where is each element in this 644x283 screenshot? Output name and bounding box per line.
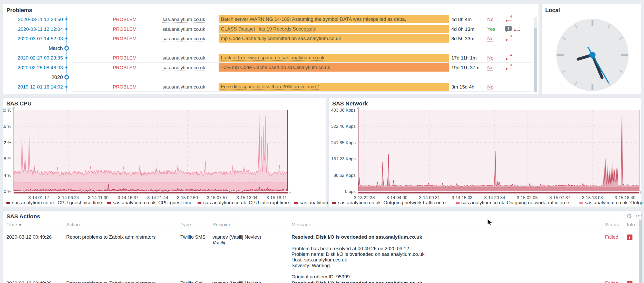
problem-time-link[interactable]: 2020-03-11 12:12:04 — [9, 26, 63, 32]
problem-ack-link[interactable]: No — [487, 36, 501, 42]
svg-text:3-14 21:44: 3-14 21:44 — [147, 195, 168, 200]
action-info[interactable]: i — [627, 234, 632, 240]
legend-item: sas.analytium.co.uk: Outgoing network tr… — [332, 200, 451, 206]
problems-row: 2020-03-11 12:20:50PROBLEMsas.analytium.… — [3, 14, 535, 24]
timeline-group-marker-icon — [64, 46, 69, 51]
svg-text:4 %: 4 % — [4, 173, 11, 178]
svg-text:20 %: 20 % — [3, 108, 11, 113]
problem-ack-link[interactable]: No — [487, 84, 501, 90]
problem-time-link[interactable]: 2019-12-01 16:14:02 — [9, 84, 63, 90]
problem-message[interactable]: CLASS Dataset Has 19 Records Successful — [219, 25, 449, 33]
problem-host-link[interactable]: sas.analytium.co.uk — [162, 65, 205, 71]
action-info[interactable]: i — [627, 280, 632, 283]
problems-row: 2020-03-07 14:52:03PROBLEMsas.analytium.… — [3, 34, 535, 43]
action-status: Failed — [605, 280, 618, 283]
action-steps-icon[interactable]: →4 — [505, 54, 514, 62]
problem-status: PROBLEM — [100, 26, 149, 32]
problem-duration: 4d 8h 4m — [451, 17, 472, 22]
problem-message[interactable]: Free disk space is less than 20% on volu… — [219, 83, 449, 91]
col-header-recipient[interactable]: Recipient — [212, 222, 233, 228]
problem-message[interactable]: Batch server WARNING 14-169: Assuming th… — [219, 15, 449, 23]
problem-status: PROBLEM — [100, 65, 149, 71]
timeline-dot-icon — [65, 86, 67, 88]
problem-message[interactable]: 70% mp Code Cache used on sas.analytium.… — [219, 63, 449, 72]
problem-duration: 17d 11h 1m — [451, 55, 477, 61]
action-steps-icon[interactable]: →4 — [505, 35, 514, 42]
action-recipient: vasnev (Vasilij Nevlev) — [212, 280, 261, 283]
legend-marker-icon — [198, 202, 201, 204]
problem-actions: →4 — [505, 64, 514, 71]
problem-time-link[interactable]: 2020-02-25 08:48:03 — [9, 65, 63, 71]
problems-row: 2020-03-11 12:12:04PROBLEMsas.analytium.… — [3, 24, 535, 34]
actions-widget: SAS Actions ⚙ ••• Time ▼ Action Type Rec… — [3, 210, 641, 283]
problem-ack-link[interactable]: No — [487, 17, 501, 22]
problem-status: PROBLEM — [100, 36, 149, 42]
problems-row: 2019-12-01 16:14:02PROBLEMsas.analytium.… — [3, 82, 535, 92]
svg-text:3-15 07:37: 3-15 07:37 — [549, 195, 570, 200]
problems-group-row: 2020 — [3, 72, 535, 82]
col-header-status[interactable]: Status — [605, 222, 619, 228]
problem-host-link[interactable]: sas.analytium.co.uk — [162, 55, 205, 61]
problem-host-link[interactable]: sas.analytium.co.uk — [162, 26, 205, 32]
svg-text:403.08 Kbps: 403.08 Kbps — [331, 108, 356, 113]
widget-menu-dots-icon[interactable]: ••• — [636, 213, 643, 219]
action-message: Resolved: Disk I/O is overloaded on sas.… — [291, 234, 425, 280]
info-error-icon[interactable]: i — [627, 281, 632, 283]
action-steps-icon[interactable]: →4 — [505, 15, 514, 23]
cpu-graph-widget: SAS CPU 20 %16 %12 %8 %4 %0 %3-14 01:173… — [3, 97, 326, 207]
col-header-message[interactable]: Message — [291, 222, 311, 228]
network-graph[interactable]: 403.08 Kbps322.46 Kbps241.85 Kbps161.23 … — [329, 98, 641, 200]
problems-widget: Problems 2020-03-11 12:20:50PROBLEMsas.a… — [3, 4, 539, 94]
action-media-type: Twillio SMS — [180, 234, 206, 240]
problems-scrollbar-thumb[interactable] — [534, 28, 537, 92]
analog-clock — [555, 18, 630, 92]
svg-text:3-14 09:31: 3-14 09:31 — [419, 195, 440, 200]
problem-host-link[interactable]: sas.analytium.co.uk — [162, 84, 205, 90]
action-steps-icon[interactable]: →4 — [505, 64, 514, 71]
action-name: Report problems to Zabbix administrators — [66, 280, 155, 283]
timeline-group-marker-icon — [64, 75, 69, 80]
problem-time-link[interactable]: 2020-02-27 09:23:35 — [9, 55, 63, 61]
problem-actions: →4 — [505, 54, 514, 62]
action-media-type: Twillio Call — [180, 280, 203, 283]
svg-text:3-14 01:17: 3-14 01:17 — [28, 195, 49, 200]
legend-item: sas.analytium.co.uk: CPU guest nice time — [6, 200, 102, 206]
problem-time-link[interactable]: 2020-03-07 14:52:03 — [9, 36, 63, 42]
cpu-graph[interactable]: 20 %16 %12 %8 %4 %0 %3-14 01:173-14 06:2… — [3, 98, 326, 200]
widget-settings-gear-icon[interactable]: ⚙ — [626, 212, 632, 220]
svg-text:3-14 20:34: 3-14 20:34 — [484, 195, 505, 200]
action-steps-icon[interactable]: →5 — [514, 25, 522, 33]
problem-status: PROBLEM — [100, 17, 149, 22]
network-graph-legend: sas.analytium.co.uk: Outgoing network tr… — [332, 200, 644, 206]
problem-ack-link[interactable]: No — [487, 55, 501, 61]
problem-ack-link[interactable]: Yes — [487, 26, 501, 32]
problem-host-link[interactable]: sas.analytium.co.uk — [162, 17, 205, 23]
info-error-icon[interactable]: i — [627, 235, 632, 240]
col-header-time[interactable]: Time ▼ — [6, 222, 22, 228]
action-message: Resolved: Disk I/O is overloaded on sas.… — [291, 280, 422, 283]
svg-text:3-15 18:11: 3-15 18:11 — [266, 195, 287, 200]
problem-host-link[interactable]: sas.analytium.co.uk — [162, 36, 205, 42]
col-header-action[interactable]: Action — [66, 222, 80, 228]
svg-text:8 %: 8 % — [4, 157, 11, 161]
svg-text:12 %: 12 % — [3, 140, 11, 145]
clock-widget: Local — [541, 4, 641, 94]
col-header-info[interactable]: Info — [627, 222, 635, 228]
problem-time-link[interactable]: 2020-03-11 12:20:50 — [9, 17, 63, 22]
problem-actions: 1→5 — [505, 25, 522, 33]
legend-marker-icon — [107, 202, 111, 204]
problem-message[interactable]: mp Code Cache fully committed on sas.ana… — [219, 34, 449, 43]
problem-duration: 4d 8h 13m — [451, 26, 474, 32]
problem-duration: 3m 15d 4h — [451, 84, 474, 90]
action-status: Failed — [605, 234, 618, 240]
problem-ack-link[interactable]: No — [487, 65, 501, 71]
svg-text:322.46 Kbps: 322.46 Kbps — [331, 124, 356, 129]
problem-message[interactable]: Lack of free swap space on sas.analytium… — [219, 54, 449, 62]
cpu-graph-legend: sas.analytium.co.uk: CPU guest nice time… — [6, 200, 380, 206]
problem-duration: 19d 11h 37m — [451, 65, 480, 71]
svg-text:3-14 16:37: 3-14 16:37 — [118, 195, 138, 200]
col-header-type[interactable]: Type — [180, 222, 191, 228]
message-bubble-icon[interactable]: 1 — [505, 26, 512, 31]
legend-marker-icon — [294, 202, 298, 204]
actions-scrollbar-thumb[interactable] — [639, 220, 642, 283]
